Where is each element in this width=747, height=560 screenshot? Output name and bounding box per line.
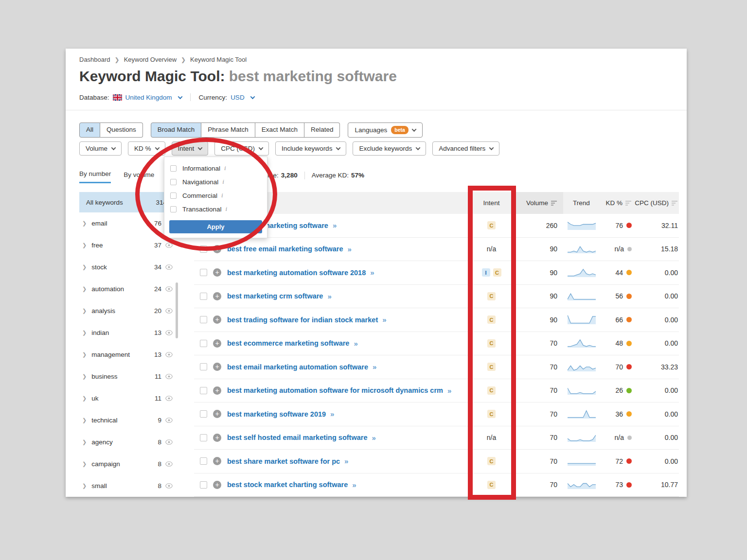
tab-by-volume[interactable]: By volume — [124, 171, 154, 183]
sidebar-all-keywords[interactable]: All keywords 314 — [79, 192, 173, 212]
row-checkbox[interactable] — [200, 387, 207, 394]
match-type-tab[interactable]: Related — [304, 122, 340, 138]
row-checkbox[interactable] — [200, 410, 207, 418]
keyword-link[interactable]: best email marketing automation software — [227, 363, 368, 371]
header-cpc[interactable]: CPC (USD) — [632, 192, 679, 214]
intent-option[interactable]: Commercial i — [164, 189, 267, 202]
keyword-link[interactable]: best marketing software 2019 — [227, 410, 326, 418]
sidebar-keyword-group[interactable]: ❯ free 37 — [79, 234, 173, 256]
add-keyword-icon[interactable]: + — [213, 434, 221, 442]
eye-icon[interactable] — [165, 374, 173, 379]
filter-button[interactable]: CPC (USD) — [214, 141, 269, 156]
filter-button[interactable]: Exclude keywords — [353, 141, 426, 156]
sidebar-keyword-group[interactable]: ❯ campaign 8 — [79, 453, 173, 475]
open-keyword-icon[interactable]: » — [348, 245, 351, 253]
sidebar-keyword-group[interactable]: ❯ agency 8 — [79, 431, 173, 453]
add-keyword-icon[interactable]: + — [213, 268, 221, 277]
checkbox[interactable] — [170, 179, 177, 185]
add-keyword-icon[interactable]: + — [213, 315, 221, 324]
sidebar-keyword-group[interactable]: ❯ email 76 — [79, 212, 173, 234]
sidebar-keyword-group[interactable]: ❯ stock 34 — [79, 256, 173, 278]
sidebar-keyword-group[interactable]: ❯ small 8 — [79, 475, 173, 497]
eye-icon[interactable] — [165, 352, 173, 357]
row-checkbox[interactable] — [200, 481, 207, 489]
header-volume[interactable]: Volume — [515, 192, 563, 214]
currency-selector[interactable]: USD — [231, 94, 245, 101]
filter-button[interactable]: Advanced filters — [432, 141, 499, 156]
row-checkbox[interactable] — [200, 269, 207, 276]
open-keyword-icon[interactable]: » — [370, 268, 373, 277]
row-checkbox[interactable] — [200, 316, 207, 323]
info-icon[interactable]: i — [221, 192, 223, 199]
filter-button[interactable]: Volume — [79, 141, 122, 156]
add-keyword-icon[interactable]: + — [213, 457, 221, 465]
add-keyword-icon[interactable]: + — [213, 386, 221, 395]
eye-icon[interactable] — [165, 461, 173, 467]
add-keyword-icon[interactable]: + — [213, 363, 221, 371]
eye-icon[interactable] — [165, 243, 173, 248]
filter-button[interactable]: Intent — [172, 141, 209, 156]
languages-button[interactable]: Languages beta — [348, 122, 422, 138]
intent-option[interactable]: Navigational i — [164, 175, 267, 189]
info-icon[interactable]: i — [222, 178, 224, 186]
open-keyword-icon[interactable]: » — [354, 339, 356, 348]
sidebar-keyword-group[interactable]: ❯ management 13 — [79, 344, 173, 366]
tab-by-number[interactable]: By number — [79, 170, 111, 183]
sidebar-keyword-group[interactable]: ❯ indian 13 — [79, 322, 173, 344]
checkbox[interactable] — [170, 192, 177, 199]
match-type-tab[interactable]: Questions — [100, 122, 143, 138]
row-checkbox[interactable] — [200, 434, 207, 441]
apply-button[interactable]: Apply — [169, 220, 262, 233]
eye-icon[interactable] — [165, 330, 173, 335]
keyword-link[interactable]: best marketing automation software for m… — [227, 386, 443, 394]
open-keyword-icon[interactable]: » — [330, 410, 333, 418]
keyword-link[interactable]: best share market software for pc — [227, 457, 340, 465]
keyword-link[interactable]: best self hosted email marketing softwar… — [227, 434, 367, 441]
add-keyword-icon[interactable]: + — [213, 339, 221, 348]
keyword-link[interactable]: best marketing crm software — [227, 292, 323, 300]
open-keyword-icon[interactable]: » — [382, 315, 385, 324]
sidebar-keyword-group[interactable]: ❯ uk 11 — [79, 387, 173, 409]
open-keyword-icon[interactable]: » — [373, 363, 375, 371]
sidebar-scrollbar[interactable] — [176, 282, 178, 338]
checkbox[interactable] — [170, 206, 177, 212]
keyword-link[interactable]: best free email marketing software — [227, 245, 343, 253]
keyword-link[interactable]: best marketing automation software 2018 — [227, 269, 366, 277]
database-selector[interactable]: United Kingdom — [125, 94, 172, 101]
row-checkbox[interactable] — [200, 245, 207, 253]
open-keyword-icon[interactable]: » — [344, 457, 347, 465]
intent-option[interactable]: Informational i — [164, 161, 267, 175]
eye-icon[interactable] — [165, 264, 173, 270]
open-keyword-icon[interactable]: » — [327, 292, 330, 300]
match-type-tab[interactable]: Phrase Match — [201, 122, 255, 138]
match-type-tab[interactable]: Exact Match — [255, 122, 304, 138]
sidebar-keyword-group[interactable]: ❯ automation 24 — [79, 278, 173, 300]
keyword-link[interactable]: best ecommerce marketing software — [227, 339, 349, 347]
sidebar-keyword-group[interactable]: ❯ business 11 — [79, 366, 173, 387]
keyword-link[interactable]: best trading software for indian stock m… — [227, 316, 378, 324]
row-checkbox[interactable] — [200, 457, 207, 465]
eye-icon[interactable] — [165, 396, 173, 401]
open-keyword-icon[interactable]: » — [352, 481, 355, 489]
open-keyword-icon[interactable]: » — [333, 221, 336, 229]
info-icon[interactable]: i — [226, 205, 228, 213]
row-checkbox[interactable] — [200, 363, 207, 370]
row-checkbox[interactable] — [200, 293, 207, 300]
sidebar-keyword-group[interactable]: ❯ technical 9 — [79, 409, 173, 431]
eye-icon[interactable] — [165, 286, 173, 292]
checkbox[interactable] — [170, 165, 177, 172]
open-keyword-icon[interactable]: » — [447, 386, 450, 395]
add-keyword-icon[interactable]: + — [213, 481, 221, 489]
keyword-link[interactable]: best stock market charting software — [227, 481, 348, 489]
open-keyword-icon[interactable]: » — [372, 434, 374, 442]
eye-icon[interactable] — [165, 308, 173, 314]
sidebar-keyword-group[interactable]: ❯ analysis 20 — [79, 300, 173, 322]
eye-icon[interactable] — [165, 439, 173, 445]
filter-button[interactable]: Include keywords — [275, 141, 346, 156]
add-keyword-icon[interactable]: + — [213, 410, 221, 418]
header-kd[interactable]: KD % — [600, 192, 632, 214]
intent-option[interactable]: Transactional i — [164, 202, 267, 216]
match-type-tab[interactable]: Broad Match — [151, 122, 202, 138]
info-icon[interactable]: i — [224, 164, 226, 172]
row-checkbox[interactable] — [200, 340, 207, 347]
